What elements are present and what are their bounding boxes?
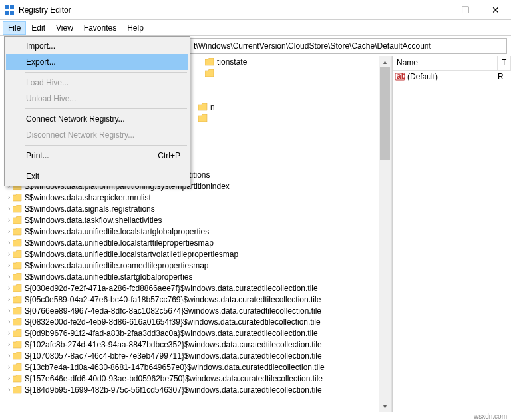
col-name[interactable]: Name: [393, 56, 498, 70]
value-type: R: [498, 72, 508, 81]
tree-item[interactable]: ›${13cb7e4a-1d0a-4630-8681-147b649657e0}…: [5, 361, 391, 373]
maximize-button[interactable]: ☐: [450, 0, 480, 19]
menu-exit[interactable]: Exit: [6, 168, 188, 184]
tree-item[interactable]: ›${184d9b95-1699-482b-975c-56f1cd546307}…: [5, 384, 391, 395]
tree-item-label: $$windows.data.unifiedtile.localstartvol…: [25, 250, 238, 259]
tree-item-label: ${102afc8b-274d-41e3-94aa-8847bdbce352}$…: [25, 340, 321, 349]
close-button[interactable]: ✕: [480, 0, 511, 19]
tree-item[interactable]: ›$$windows.data.sharepicker.mrulist: [5, 192, 391, 203]
file-menu-dropdown: Import... Export... Load Hive... Unload …: [4, 36, 190, 186]
scroll-down-icon[interactable]: ▾: [379, 401, 391, 412]
shortcut-label: Ctrl+P: [158, 151, 180, 160]
svg-rect-1: [10, 5, 14, 9]
menu-connect-network[interactable]: Connect Network Registry...: [6, 111, 188, 127]
tree-item[interactable]: ›${0d9b9676-91f2-4fad-a83b-2faa3dd3ac0a}…: [5, 327, 391, 339]
tree-item-label: $$windows.data.unifiedtile.startglobalpr…: [25, 272, 192, 282]
tree-item[interactable]: ›${102afc8b-274d-41e3-94aa-8847bdbce352}…: [5, 339, 391, 350]
app-icon: [4, 5, 15, 15]
tree-item-label: ${0832e00d-fe2d-4eb9-8d86-616a01654f39}$…: [25, 317, 320, 327]
scroll-track[interactable]: [379, 67, 391, 401]
menu-file[interactable]: File: [3, 21, 26, 35]
titlebar: Registry Editor — ☐ ✕: [0, 0, 511, 20]
tree-item[interactable]: ›${05c0e589-04a2-47e6-bc40-fa18b57cc769}…: [5, 294, 391, 305]
value-row-default[interactable]: ab (Default) R: [393, 71, 511, 83]
menu-separator: [25, 145, 187, 146]
tree-item[interactable]: ›$$windows.data.unifiedtile.localstartti…: [5, 237, 391, 248]
tree-item[interactable]: ›${157e646e-dfd6-40d0-93ae-bd05962be750}…: [5, 373, 391, 384]
menu-disconnect-network: Disconnect Network Registry...: [6, 127, 188, 143]
tree-item-label: ${10708057-8ac7-46c4-bbfe-7e3eb4799711}$…: [25, 351, 321, 361]
tree-item[interactable]: ›$$windows.data.unifiedtile.roamedtilepr…: [5, 260, 391, 271]
watermark: wsxdn.com: [474, 413, 507, 420]
tree-item[interactable]: ›$$windows.data.unifiedtile.localstartgl…: [5, 226, 391, 237]
tree-item-label: $$windows.data.taskflow.shellactivities: [25, 216, 162, 225]
tree-item[interactable]: ›${0832e00d-fe2d-4eb9-8d86-616a01654f39}…: [5, 316, 391, 327]
menu-print[interactable]: Print...Ctrl+P: [6, 148, 188, 164]
svg-rect-2: [5, 11, 9, 15]
menubar: File Edit View Favorites Help: [0, 20, 511, 36]
tree-item[interactable]: ›${030ed92d-7e2f-471a-a286-fcd8866aee7f}…: [5, 282, 391, 294]
menu-load-hive: Load Hive...: [6, 75, 188, 91]
tree-item-label: $$windows.data.unifiedtile.localstarttil…: [25, 238, 214, 248]
tree-item[interactable]: ›$$windows.data.unifiedtile.localstartvo…: [5, 248, 391, 260]
address-text: t\Windows\CurrentVersion\CloudStore\Stor…: [194, 41, 431, 51]
menu-separator: [25, 166, 187, 166]
svg-rect-0: [5, 5, 9, 9]
tree-item-label: ${0766ee89-4967-4eda-8dfc-8ac1082c5674}$…: [25, 306, 321, 315]
string-value-icon: ab: [395, 72, 405, 81]
menu-unload-hive: Unload Hive...: [6, 91, 188, 106]
minimize-button[interactable]: —: [419, 0, 450, 19]
tree-item-label: ${05c0e589-04a2-47e6-bc40-fa18b57cc769}$…: [25, 295, 321, 304]
tree-item-label: $$windows.data.unifiedtile.roamedtilepro…: [25, 261, 208, 270]
tree-item[interactable]: ›${10708057-8ac7-46c4-bbfe-7e3eb4799711}…: [5, 350, 391, 361]
values-pane[interactable]: Name T ab (Default) R: [392, 56, 511, 412]
window-title: Registry Editor: [19, 5, 419, 15]
tree-item-label: ${13cb7e4a-1d0a-4630-8681-147b649657e0}$…: [25, 363, 324, 372]
tree-item-label: ${184d9b95-1699-482b-975c-56f1cd546307}$…: [25, 385, 321, 395]
tree-item[interactable]: ›${0766ee89-4967-4eda-8dfc-8ac1082c5674}…: [5, 305, 391, 316]
tree-item[interactable]: ›$$windows.data.unifiedtile.startglobalp…: [5, 271, 391, 282]
menu-favorites[interactable]: Favorites: [79, 21, 122, 35]
svg-text:ab: ab: [397, 72, 405, 81]
tree-item-label: $$windows.data.sharepicker.mrulist: [25, 193, 150, 202]
menu-import[interactable]: Import...: [6, 38, 188, 54]
tree-item-label: $$windows.data.signals.registrations: [25, 204, 154, 214]
tree-item-label: ${157e646e-dfd6-40d0-93ae-bd05962be750}$…: [25, 374, 323, 383]
menu-edit[interactable]: Edit: [26, 21, 51, 35]
tree-item-label: ${0d9b9676-91f2-4fad-a83b-2faa3dd3ac0a}$…: [25, 329, 317, 338]
menu-export[interactable]: Export...: [6, 54, 188, 70]
menu-view[interactable]: View: [51, 21, 79, 35]
tree-item[interactable]: ›$$windows.data.taskflow.shellactivities: [5, 214, 391, 226]
tree-item[interactable]: ›$$windows.data.signals.registrations: [5, 203, 391, 214]
tree-item-label: $$windows.data.unifiedtile.localstartglo…: [25, 227, 209, 236]
value-name: (Default): [407, 72, 495, 81]
menu-separator: [25, 72, 187, 73]
svg-rect-3: [10, 11, 14, 15]
col-type[interactable]: T: [498, 56, 511, 70]
scroll-up-icon[interactable]: ▴: [379, 56, 391, 67]
values-header: Name T: [393, 56, 511, 71]
tree-scrollbar[interactable]: ▴ ▾: [379, 56, 391, 412]
tree-item-label: ${030ed92d-7e2f-471a-a286-fcd8866aee7f}$…: [25, 284, 317, 293]
menu-separator: [25, 108, 187, 109]
menu-help[interactable]: Help: [122, 21, 149, 35]
scroll-thumb[interactable]: [380, 67, 390, 160]
